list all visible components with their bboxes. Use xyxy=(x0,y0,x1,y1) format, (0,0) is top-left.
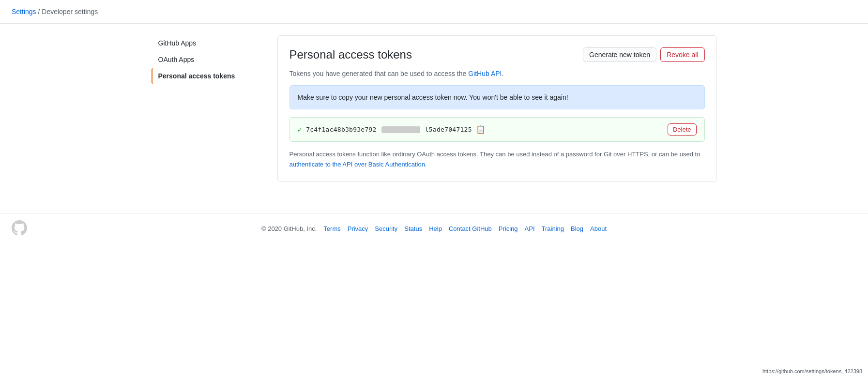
breadcrumb-developer-settings: Developer settings xyxy=(42,8,98,15)
footer-link-training[interactable]: Training xyxy=(542,225,564,232)
token-suffix: l5ade7047125 xyxy=(425,126,472,133)
token-prefix: 7c4f1ac48b3b93e792 xyxy=(306,126,377,133)
alert-info-box: Make sure to copy your new personal acce… xyxy=(289,85,705,109)
generate-new-token-button[interactable]: Generate new token xyxy=(583,47,656,62)
revoke-all-button[interactable]: Revoke all xyxy=(660,47,704,62)
alert-message-text: Make sure to copy your new personal acce… xyxy=(298,93,568,101)
description-text: Tokens you have generated that can be us… xyxy=(289,70,469,77)
footer-logo-wrap xyxy=(12,220,27,237)
delete-token-button[interactable]: Delete xyxy=(668,123,697,136)
page-title: Personal access tokens xyxy=(289,48,412,61)
sidebar-item-github-apps[interactable]: GitHub Apps xyxy=(152,35,258,51)
footer-link-pricing[interactable]: Pricing xyxy=(499,225,518,232)
footer-link-api[interactable]: API xyxy=(525,225,535,232)
page-header: Personal access tokens Generate new toke… xyxy=(289,47,705,62)
footer-link-about[interactable]: About xyxy=(590,225,607,232)
footer-link-contact-github[interactable]: Contact GitHub xyxy=(449,225,492,232)
token-value-area: ✓ 7c4f1ac48b3b93e792 l5ade7047125 📋 xyxy=(298,125,486,134)
footer-text-1: Personal access tokens function like ord… xyxy=(289,151,700,158)
breadcrumb-separator: / xyxy=(38,8,40,15)
footer-copyright: © 2020 GitHub, Inc. xyxy=(261,225,317,232)
main-container: GitHub Apps OAuth Apps Personal access t… xyxy=(144,24,725,194)
description-period: . xyxy=(502,70,503,77)
footer-text-2: . xyxy=(425,161,427,168)
footer-link-help[interactable]: Help xyxy=(429,225,442,232)
footer-description: Personal access tokens function like ord… xyxy=(289,150,705,170)
check-icon: ✓ xyxy=(298,125,303,134)
page-description: Tokens you have generated that can be us… xyxy=(289,70,705,77)
footer-link-security[interactable]: Security xyxy=(375,225,397,232)
github-logo-icon xyxy=(12,220,27,236)
token-row: ✓ 7c4f1ac48b3b93e792 l5ade7047125 📋 Dele… xyxy=(289,117,705,142)
breadcrumb-settings-link[interactable]: Settings xyxy=(12,8,36,15)
breadcrumb: Settings / Developer settings xyxy=(0,0,868,24)
footer-link-blog[interactable]: Blog xyxy=(571,225,583,232)
footer-link-privacy[interactable]: Privacy xyxy=(348,225,368,232)
header-actions: Generate new token Revoke all xyxy=(583,47,704,62)
footer-links-center: © 2020 GitHub, Inc. Terms Privacy Securi… xyxy=(261,225,607,232)
sidebar: GitHub Apps OAuth Apps Personal access t… xyxy=(152,35,258,182)
footer-link-terms[interactable]: Terms xyxy=(323,225,340,232)
token-blurred-middle xyxy=(381,126,420,133)
sidebar-item-oauth-apps[interactable]: OAuth Apps xyxy=(152,52,258,67)
url-hint: https://github.com/settings/tokens_42239… xyxy=(762,368,862,374)
content-area: Personal access tokens Generate new toke… xyxy=(277,35,717,182)
footer-link-status[interactable]: Status xyxy=(404,225,422,232)
sidebar-item-personal-access-tokens[interactable]: Personal access tokens xyxy=(152,68,258,84)
clipboard-icon[interactable]: 📋 xyxy=(476,125,486,134)
basic-auth-link[interactable]: authenticate to the API over Basic Authe… xyxy=(289,161,425,168)
page-footer: © 2020 GitHub, Inc. Terms Privacy Securi… xyxy=(0,213,868,244)
github-api-link[interactable]: GitHub API xyxy=(468,70,502,77)
